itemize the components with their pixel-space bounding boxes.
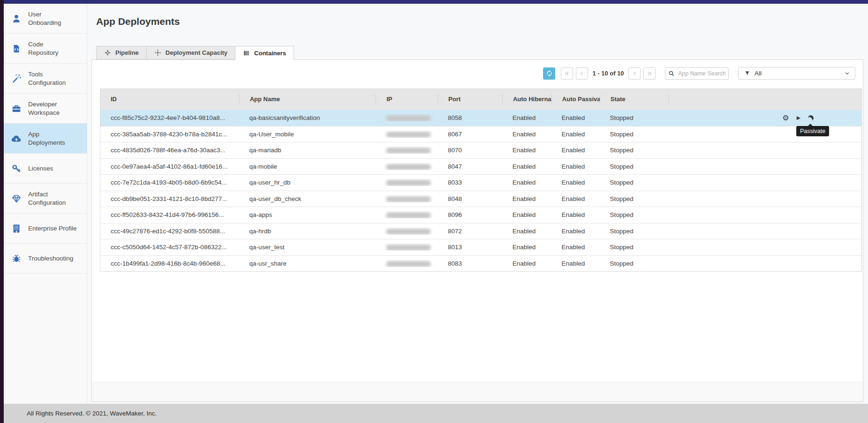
cell-id: ccc-ff502633-8432-41d4-97b6-996156... [100, 211, 239, 218]
cell-id: ccc-385aa5ab-3788-4230-b78a-b2841c... [100, 131, 239, 138]
tab-bar: Pipeline Deployment Capacity Containers [96, 46, 294, 60]
sidebar-item-label: Tools Configuration [28, 70, 66, 87]
refresh-button[interactable] [543, 67, 555, 80]
sidebar-item-artifact-configuration[interactable]: Artifact Configuration [4, 184, 87, 214]
cell-auto-passivation: Enabled [551, 114, 600, 121]
state-filter-dropdown[interactable]: All [738, 67, 855, 80]
redacted-ip-blur [386, 229, 431, 235]
cell-auto-hibernation: Enabled [502, 147, 551, 154]
cell-port: 8047 [438, 163, 502, 170]
redacted-ip-blur [386, 196, 431, 202]
containers-table: ID App Name IP Port Auto Hibernation Aut… [100, 89, 862, 272]
code-repository-icon [11, 43, 22, 54]
cell-auto-hibernation: Enabled [502, 211, 551, 218]
settings-icon[interactable]: ⚙ [782, 114, 789, 122]
cell-app-name: qa-User_mobile [239, 131, 376, 138]
column-header-app-name[interactable]: App Name [239, 94, 376, 105]
column-header-id[interactable]: ID [100, 94, 239, 105]
window-left-strip [0, 0, 4, 423]
table-row[interactable]: ccc-7e72c1da-4193-4b05-b8d0-6b9c54...qa-… [100, 174, 861, 191]
cell-auto-passivation: Enabled [551, 131, 600, 138]
first-page-button[interactable] [561, 67, 573, 80]
cell-port: 8070 [438, 147, 502, 154]
sidebar: User Onboarding Code Repository Tools Co… [4, 4, 87, 404]
sidebar-item-enterprise-profile[interactable]: Enterprise Profile [4, 214, 87, 244]
table-row[interactable]: ccc-4835d026-788f-46ea-a76d-30aac3...qa-… [100, 142, 861, 158]
cell-port: 8013 [438, 244, 502, 251]
table-row[interactable]: ccc-f85c75c2-9232-4ee7-b404-9810a8...qa-… [100, 110, 861, 126]
last-page-button[interactable] [643, 67, 656, 80]
diamond-icon [11, 193, 22, 204]
user-icon [11, 13, 22, 24]
table-row[interactable]: ccc-385aa5ab-3788-4230-b78a-b2841c...qa-… [100, 126, 861, 142]
column-header-port[interactable]: Port [438, 94, 502, 105]
sidebar-item-label: App Deployments [28, 130, 65, 147]
cell-app-name: qa-basicsanityverification [239, 114, 376, 121]
passivate-icon[interactable] [808, 114, 815, 121]
cell-auto-passivation: Enabled [551, 147, 600, 154]
cell-id: ccc-c5050d64-1452-4c57-872b-086322... [100, 244, 239, 251]
cell-state: Stopped [599, 211, 668, 218]
cell-id: ccc-f85c75c2-9232-4ee7-b404-9810a8... [100, 114, 239, 121]
cell-app-name: qa-mobile [239, 163, 376, 170]
cell-id: ccc-7e72c1da-4193-4b05-b8d0-6b9c54... [100, 179, 239, 186]
sidebar-item-user-onboarding[interactable]: User Onboarding [4, 4, 87, 34]
containers-panel: 1 - 10 of 10 All [91, 59, 863, 402]
tab-deployment-capacity[interactable]: Deployment Capacity [146, 46, 235, 59]
column-header-auto-hibernation[interactable]: Auto Hibernation [502, 94, 551, 105]
panel-footer-strip [92, 382, 863, 401]
cell-app-name: qa-apps [239, 211, 376, 218]
table-header-row: ID App Name IP Port Auto Hibernation Aut… [100, 89, 861, 110]
cell-auto-hibernation: Enabled [502, 131, 551, 138]
table-row[interactable]: ccc-db9be051-2331-4121-8c10-8bd277...qa-… [100, 191, 861, 207]
table-row[interactable]: ccc-1b499fa1-2d98-416b-8c4b-960e68...qa-… [100, 255, 861, 272]
cell-ip-redacted [376, 179, 438, 186]
redacted-ip-blur [386, 245, 431, 251]
previous-page-button[interactable] [576, 67, 588, 80]
tab-label: Containers [254, 50, 286, 57]
sidebar-item-tools-configuration[interactable]: Tools Configuration [4, 64, 87, 94]
pipeline-icon [104, 49, 111, 56]
next-page-button[interactable] [628, 67, 641, 80]
start-icon[interactable]: ▶ [797, 115, 800, 120]
table-row[interactable]: ccc-ff502633-8432-41d4-97b6-996156...qa-… [100, 207, 861, 223]
cell-ip-redacted [376, 131, 438, 138]
page-title: App Deployments [96, 16, 180, 27]
cell-auto-hibernation: Enabled [502, 163, 551, 170]
sidebar-item-app-deployments[interactable]: App Deployments [4, 124, 87, 154]
cell-state: Stopped [599, 260, 668, 267]
sidebar-item-licenses[interactable]: Licenses [4, 154, 87, 184]
row-actions: ⚙▶ [668, 114, 861, 122]
window-top-bar [0, 0, 868, 4]
tab-pipeline[interactable]: Pipeline [96, 46, 147, 59]
column-header-auto-passivation[interactable]: Auto Passivation [551, 94, 600, 105]
main-content: App Deployments Pipeline Deployment Capa… [88, 4, 868, 404]
sidebar-item-label: Code Repository [28, 40, 59, 57]
cell-port: 8072 [438, 228, 502, 235]
search-icon [668, 70, 675, 77]
cell-ip-redacted [376, 195, 438, 202]
magic-wand-icon [11, 73, 22, 84]
tab-containers[interactable]: Containers [235, 46, 294, 60]
cell-state: Stopped [599, 114, 668, 121]
sidebar-item-code-repository[interactable]: Code Repository [4, 34, 87, 64]
redacted-ip-blur [386, 180, 431, 186]
column-header-state[interactable]: State [600, 94, 669, 105]
table-row[interactable]: ccc-0e97aea4-a5af-4102-86a1-fd60e16...qa… [100, 158, 861, 175]
sidebar-item-developer-workspace[interactable]: Developer Workspace [4, 94, 87, 124]
filter-value: All [755, 70, 762, 77]
containers-icon [243, 50, 250, 57]
table-row[interactable]: ccc-c5050d64-1452-4c57-872b-086322...qa-… [100, 239, 861, 255]
sidebar-item-troubleshooting[interactable]: Troubleshooting [4, 244, 87, 274]
briefcase-icon [11, 103, 22, 114]
move-icon [154, 49, 161, 56]
column-header-ip[interactable]: IP [376, 94, 438, 105]
cell-auto-hibernation: Enabled [502, 260, 551, 267]
cell-auto-passivation: Enabled [551, 228, 600, 235]
redacted-ip-blur [386, 132, 431, 138]
cell-auto-hibernation: Enabled [502, 179, 551, 186]
cell-state: Stopped [599, 179, 668, 186]
cell-state: Stopped [599, 163, 668, 170]
table-row[interactable]: ccc-49c27876-ed1c-4292-b0f8-550588...qa-… [100, 223, 861, 239]
cell-ip-redacted [376, 114, 438, 121]
